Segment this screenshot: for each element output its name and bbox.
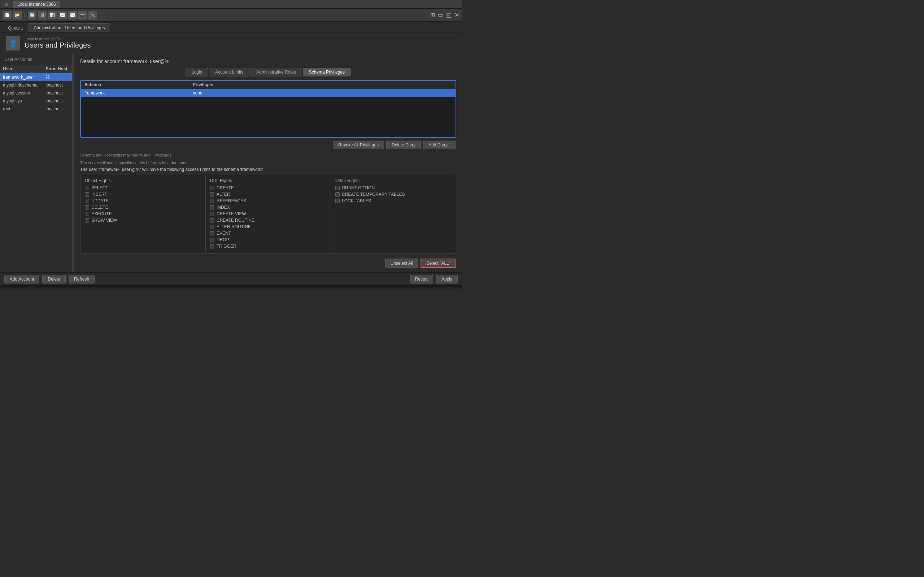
toolbar-settings[interactable]: 🔧	[89, 11, 97, 19]
checkbox[interactable]	[85, 212, 89, 216]
schema-table-row[interactable]: frameworknone	[81, 89, 456, 97]
checkbox[interactable]	[210, 218, 215, 222]
ddl-right-item[interactable]: CREATE VIEW	[210, 211, 326, 216]
revoke-all-button[interactable]: Revoke All Privileges	[333, 141, 384, 149]
user-table-row[interactable]: mysql.infoschemalocalhost	[0, 81, 72, 89]
toolbar-snapshot[interactable]: 📷	[78, 11, 87, 19]
right-label: ALTER ROUTINE	[216, 224, 251, 229]
ddl-right-item[interactable]: EVENT	[210, 231, 326, 236]
object-right-item[interactable]: UPDATE	[85, 198, 201, 203]
select-all-button[interactable]: Select "ALL"	[420, 259, 456, 268]
ddl-right-item[interactable]: CREATE ROUTINE	[210, 218, 326, 223]
tab-login[interactable]: Login	[186, 68, 208, 76]
user-cell: mysql.sys	[0, 97, 43, 105]
toolbar-table[interactable]: 📊	[48, 11, 57, 19]
close-icon[interactable]: ✕	[454, 11, 459, 18]
checkbox[interactable]	[210, 192, 215, 197]
apply-button[interactable]: Apply	[436, 275, 458, 284]
body-split: User Accounts User From Host framework_u…	[0, 54, 462, 272]
checkbox[interactable]	[85, 218, 89, 222]
revert-button[interactable]: Revert	[410, 275, 433, 284]
ddl-right-item[interactable]: ALTER ROUTINE	[210, 224, 326, 229]
other-right-item[interactable]: CREATE TEMPORARY TABLES	[335, 192, 452, 197]
checkbox[interactable]	[210, 186, 215, 190]
object-right-item[interactable]: EXECUTE	[85, 211, 201, 216]
right-label: EXECUTE	[91, 211, 112, 216]
ddl-right-item[interactable]: REFERENCES	[210, 198, 326, 203]
toolbar-refresh[interactable]: 🔄	[28, 11, 36, 19]
tab-account-limits[interactable]: Account Limits	[209, 68, 249, 76]
ddl-right-item[interactable]: DROP	[210, 237, 326, 242]
delete-entry-button[interactable]: Delete Entry	[386, 141, 421, 149]
other-right-item[interactable]: LOCK TABLES	[335, 198, 452, 203]
tab-admin-users[interactable]: Administration - Users and Privileges	[29, 23, 110, 32]
title-bar: ⌂ Local instance 3306	[0, 0, 462, 9]
hint1: Schema and Host fields may use % and _ w…	[80, 152, 268, 158]
checkbox[interactable]	[85, 205, 89, 210]
refresh-button[interactable]: Refresh	[69, 275, 95, 284]
page-header: 👤 Local instance 3306 Users and Privileg…	[0, 32, 462, 54]
col-schema: Schema	[81, 81, 189, 89]
toolbar-new-file[interactable]: 📄	[3, 11, 11, 19]
checkbox[interactable]	[210, 238, 215, 242]
checkbox[interactable]	[210, 212, 215, 216]
tab-admin-roles[interactable]: Administrative Roles	[250, 68, 302, 76]
right-label: CREATE TEMPORARY TABLES	[342, 192, 405, 197]
tab-bar: Query 1 Administration - Users and Privi…	[0, 22, 462, 32]
right-label: CREATE VIEW	[216, 211, 246, 216]
host-cell: localhost	[43, 81, 72, 89]
delete-button[interactable]: Delete	[42, 275, 66, 284]
object-right-item[interactable]: SHOW VIEW	[85, 218, 201, 223]
checkbox[interactable]	[85, 199, 89, 203]
header-title: Users and Privileges	[24, 41, 90, 49]
ddl-right-item[interactable]: ALTER	[210, 192, 326, 197]
status-bar: Closing Administator. https://blog.csdn.…	[0, 285, 462, 288]
unselect-all-button[interactable]: Unselect All	[385, 259, 419, 268]
host-cell: localhost	[43, 97, 72, 105]
toolbar-db[interactable]: 🗄	[38, 11, 47, 19]
other-right-item[interactable]: GRANT OPTION	[335, 185, 452, 190]
user-cell: mysql.session	[0, 89, 43, 97]
user-table-row[interactable]: rootlocalhost	[0, 105, 72, 113]
detail-tabs: Login Account Limits Administrative Role…	[80, 68, 456, 76]
checkbox[interactable]	[210, 244, 215, 248]
right-label: INSERT	[91, 192, 107, 197]
checkbox[interactable]	[85, 192, 89, 197]
user-table-row[interactable]: framework_user%	[0, 73, 72, 82]
object-right-item[interactable]: SELECT	[85, 185, 201, 190]
host-cell: localhost	[43, 89, 72, 97]
tab-query1[interactable]: Query 1	[3, 24, 29, 32]
add-entry-button[interactable]: Add Entry...	[423, 141, 456, 149]
ddl-right-item[interactable]: INDEX	[210, 205, 326, 210]
object-right-item[interactable]: INSERT	[85, 192, 201, 197]
schema-table-container: Schema Privileges frameworknone	[80, 80, 456, 138]
status-url: https://blog.csdn.net/bigge...	[408, 288, 458, 289]
tab-schema-privileges[interactable]: Schema Privileges	[303, 68, 351, 76]
toolbar: 📄 📂 🔄 🗄 📊 📈 📉 📷 🔧 ⊞ ▭ ◱ ✕	[0, 9, 462, 22]
checkbox[interactable]	[210, 231, 215, 235]
checkbox[interactable]	[335, 199, 340, 203]
header-subtitle: Local instance 3306	[24, 37, 90, 41]
user-table-row[interactable]: mysql.syslocalhost	[0, 97, 72, 105]
checkbox[interactable]	[210, 205, 215, 210]
user-table-row[interactable]: mysql.sessionlocalhost	[0, 89, 72, 97]
object-rights-title: Object Rights	[85, 178, 201, 183]
right-label: ALTER	[216, 192, 230, 197]
ddl-right-item[interactable]: CREATE	[210, 185, 326, 190]
right-label: GRANT OPTION	[342, 185, 375, 190]
toolbar-open[interactable]: 📂	[13, 11, 22, 19]
content-area: Details for account framework_user@% Log…	[74, 54, 462, 272]
checkbox[interactable]	[210, 225, 215, 229]
checkbox[interactable]	[210, 199, 215, 203]
checkbox[interactable]	[335, 192, 340, 197]
object-right-item[interactable]: DELETE	[85, 205, 201, 210]
toolbar-chart2[interactable]: 📉	[68, 11, 77, 19]
checkbox[interactable]	[335, 186, 340, 190]
title-bar-tab: Local instance 3306	[13, 1, 60, 8]
add-account-button[interactable]: Add Account	[4, 275, 39, 284]
checkbox[interactable]	[85, 186, 89, 190]
home-icon[interactable]: ⌂	[3, 1, 10, 8]
right-label: INDEX	[216, 205, 230, 210]
ddl-right-item[interactable]: TRIGGER	[210, 244, 326, 249]
toolbar-chart1[interactable]: 📈	[58, 11, 67, 19]
